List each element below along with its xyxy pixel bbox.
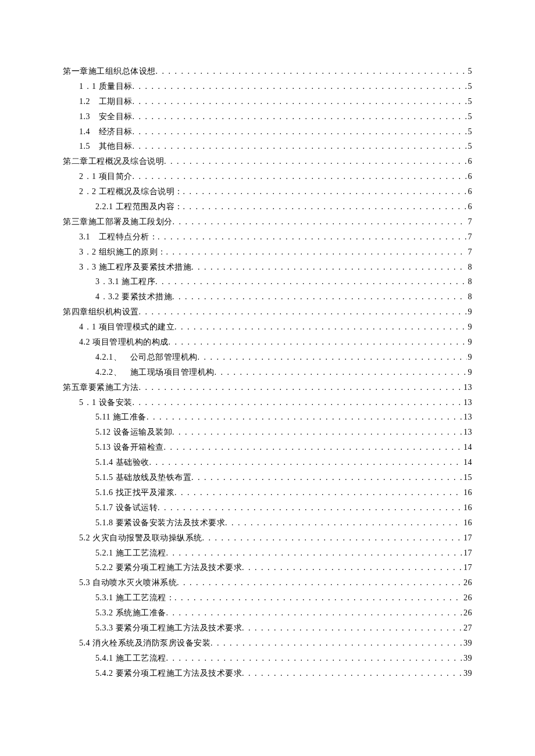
toc-leader-dots — [147, 410, 462, 425]
toc-entry-page: 26 — [462, 575, 472, 590]
toc-entry-title: 5.1.8 要紧设备安装方法及技术要求 — [95, 515, 225, 531]
toc-entry[interactable]: 5.4.2 要紧分项工程施工方法及技术要求39 — [63, 666, 472, 681]
toc-entry-page: 9 — [467, 365, 473, 380]
toc-leader-dots — [133, 94, 467, 109]
toc-entry[interactable]: 4．1 项目管理模式的建立9 — [63, 320, 472, 335]
toc-entry-title: 4.2.2、 施工现场项目管理机构 — [95, 365, 215, 380]
toc-leader-dots — [211, 636, 462, 651]
toc-entry-page: 9 — [467, 350, 473, 365]
toc-entry-page: 6 — [467, 154, 473, 169]
toc-entry-title: 4．1 项目管理模式的建立 — [79, 320, 174, 335]
toc-entry[interactable]: 5.3 自动喷水灭火喷淋系统26 — [63, 575, 472, 590]
toc-entry[interactable]: 第一章施工组织总体设想5 — [63, 64, 472, 79]
toc-entry[interactable]: 第三章施工部署及施工段划分7 — [63, 214, 472, 230]
toc-entry-title: 4．3.2 要紧技术措施 — [95, 289, 172, 304]
toc-entry[interactable]: 5．1 设备安装13 — [63, 395, 472, 410]
toc-entry-title: 3．2 组织施工的原则： — [79, 245, 166, 260]
toc-entry[interactable]: 5.4 消火栓系统及消防泵房设备安装39 — [63, 636, 472, 651]
toc-entry[interactable]: 5.1.4 基础验收14 — [63, 455, 472, 470]
toc-entry-title: 3．3.1 施工程序 — [95, 274, 155, 289]
toc-entry-title: 第三章施工部署及施工段划分 — [63, 214, 173, 230]
toc-entry[interactable]: 4．3.2 要紧技术措施8 — [63, 289, 472, 304]
toc-entry-title: 第一章施工组织总体设想 — [63, 64, 156, 79]
toc-entry-title: 2．2 工程概况及综合说明： — [79, 184, 183, 199]
toc-entry[interactable]: 5.2.1 施工工艺流程17 — [63, 546, 472, 561]
toc-entry[interactable]: 5.1.7 设备试运转16 — [63, 500, 472, 515]
toc-leader-dots — [166, 651, 463, 666]
toc-entry[interactable]: 1.3 安全目标5 — [63, 109, 472, 124]
toc-entry[interactable]: 4.2.1、 公司总部管理机构9 — [63, 350, 472, 365]
toc-entry-page: 13 — [462, 410, 472, 425]
toc-entry[interactable]: 3.1 工程特点分析：7 — [63, 230, 472, 245]
toc-entry-page: 16 — [462, 515, 472, 531]
toc-entry-page: 5 — [467, 124, 473, 139]
toc-entry-title: 5.4.2 要紧分项工程施工方法及技术要求 — [95, 666, 242, 681]
toc-entry[interactable]: 5.1.5 基础放线及垫铁布置15 — [63, 470, 472, 485]
toc-entry-page: 7 — [467, 245, 473, 260]
toc-entry-page: 39 — [462, 651, 472, 666]
toc-entry[interactable]: 第二章工程概况及综合说明6 — [63, 154, 472, 169]
toc-entry[interactable]: 5.12 设备运输及装卸13 — [63, 425, 472, 440]
toc-leader-dots — [242, 560, 462, 575]
toc-entry[interactable]: 5.2 火灾自动报警及联动操纵系统17 — [63, 531, 472, 546]
table-of-contents: 第一章施工组织总体设想51．1 质量目标51.2 工期目标51.3 安全目标51… — [63, 64, 472, 681]
toc-entry-page: 14 — [462, 440, 472, 455]
toc-entry[interactable]: 5.2.2 要紧分项工程施工方法及技术要求17 — [63, 560, 472, 575]
toc-entry[interactable]: 5.3.1 施工工艺流程：26 — [63, 590, 472, 605]
toc-entry[interactable]: 2．1 项目简介6 — [63, 169, 472, 184]
toc-entry-page: 7 — [467, 230, 473, 245]
toc-entry[interactable]: 3．3.1 施工程序8 — [63, 274, 472, 289]
toc-entry[interactable]: 5.11 施工准备13 — [63, 410, 472, 425]
toc-entry[interactable]: 3．2 组织施工的原则：7 — [63, 245, 472, 260]
toc-entry-title: 5.2.2 要紧分项工程施工方法及技术要求 — [95, 560, 242, 575]
toc-leader-dots — [172, 425, 462, 440]
toc-entry[interactable]: 3．3 施工程序及要紧技术措施8 — [63, 260, 472, 275]
toc-entry[interactable]: 4.2.2、 施工现场项目管理机构9 — [63, 365, 472, 380]
toc-leader-dots — [191, 470, 462, 485]
toc-leader-dots — [156, 64, 467, 79]
toc-entry-page: 14 — [462, 455, 472, 470]
toc-entry[interactable]: 第四章组织机构设置9 — [63, 304, 472, 320]
toc-leader-dots — [191, 260, 467, 275]
toc-entry-page: 6 — [467, 184, 473, 199]
toc-entry-page: 27 — [462, 621, 472, 636]
toc-leader-dots — [164, 440, 463, 455]
toc-entry-title: 2.2.1 工程范围及内容： — [95, 199, 183, 214]
toc-leader-dots — [155, 274, 467, 289]
toc-entry-title: 5.3.1 施工工艺流程： — [95, 590, 174, 605]
toc-entry-title: 1.5 其他目标 — [79, 139, 133, 154]
toc-leader-dots — [174, 590, 462, 605]
toc-entry-title: 5．1 设备安装 — [79, 395, 133, 410]
toc-entry[interactable]: 5.1.8 要紧设备安装方法及技术要求16 — [63, 515, 472, 531]
toc-entry[interactable]: 1．1 质量目标5 — [63, 79, 472, 94]
toc-entry[interactable]: 1.2 工期目标5 — [63, 94, 472, 109]
toc-entry-title: 5.1.7 设备试运转 — [95, 500, 158, 515]
toc-entry[interactable]: 5.1.6 找正找平及灌浆16 — [63, 485, 472, 500]
toc-leader-dots — [133, 395, 463, 410]
toc-leader-dots — [166, 546, 463, 561]
toc-leader-dots — [166, 605, 463, 621]
toc-entry[interactable]: 5.3.2 系统施工准备26 — [63, 605, 472, 621]
toc-entry-page: 8 — [467, 274, 473, 289]
toc-leader-dots — [225, 515, 462, 531]
toc-entry[interactable]: 2.2.1 工程范围及内容：6 — [63, 199, 472, 214]
toc-entry[interactable]: 5.4.1 施工工艺流程39 — [63, 651, 472, 666]
toc-entry-title: 5.3 自动喷水灭火喷淋系统 — [79, 575, 177, 590]
toc-entry[interactable]: 2．2 工程概况及综合说明：6 — [63, 184, 472, 199]
toc-leader-dots — [133, 169, 467, 184]
toc-entry[interactable]: 5.13 设备开箱检查14 — [63, 440, 472, 455]
toc-entry-title: 5.1.5 基础放线及垫铁布置 — [95, 470, 191, 485]
toc-entry-title: 第五章要紧施工方法 — [63, 380, 139, 395]
toc-entry-title: 5.3.3 要紧分项工程施工方法及技术要求 — [95, 621, 242, 636]
toc-entry-page: 13 — [462, 395, 472, 410]
toc-entry[interactable]: 1.4 经济目标5 — [63, 124, 472, 139]
toc-leader-dots — [133, 139, 467, 154]
toc-entry[interactable]: 1.5 其他目标5 — [63, 139, 472, 154]
toc-entry-page: 8 — [467, 289, 473, 304]
toc-entry-page: 7 — [467, 214, 473, 230]
toc-entry[interactable]: 第五章要紧施工方法13 — [63, 380, 472, 395]
toc-entry[interactable]: 5.3.3 要紧分项工程施工方法及技术要求27 — [63, 621, 472, 636]
toc-entry-title: 5.3.2 系统施工准备 — [95, 605, 166, 621]
toc-entry[interactable]: 4.2 项目管理机构的构成9 — [63, 335, 472, 350]
toc-entry-page: 5 — [467, 79, 473, 94]
